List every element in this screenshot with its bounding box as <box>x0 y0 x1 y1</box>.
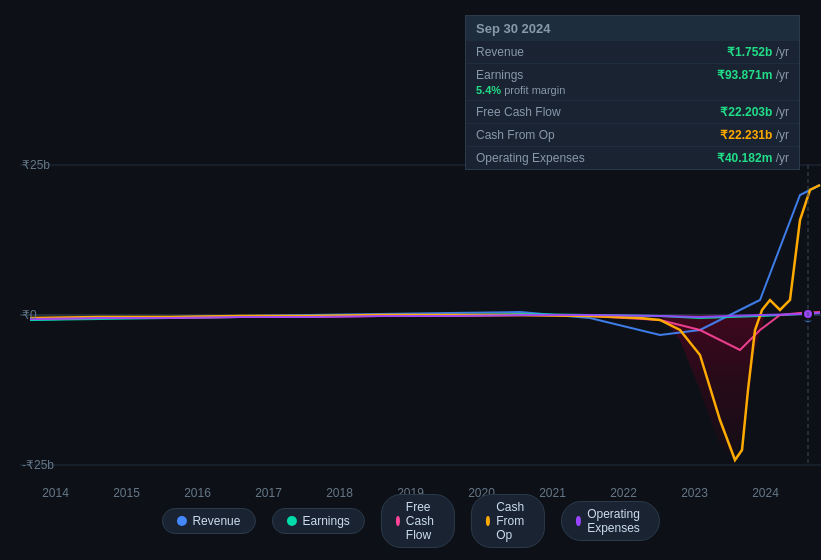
legend-label-cfo: Cash From Op <box>496 500 530 542</box>
legend-item-earnings[interactable]: Earnings <box>271 508 364 534</box>
tooltip-label-opex: Operating Expenses <box>476 151 585 165</box>
legend-label-opex: Operating Expenses <box>587 507 644 535</box>
legend-dot-opex <box>576 516 581 526</box>
legend-label-revenue: Revenue <box>192 514 240 528</box>
tooltip-value-cfo: ₹22.231b /yr <box>720 128 789 142</box>
tooltip-value-opex: ₹40.182m /yr <box>717 151 789 165</box>
legend-dot-fcf <box>396 516 400 526</box>
y-axis-zero: ₹0 <box>22 308 37 322</box>
tooltip-row-opex: Operating Expenses ₹40.182m /yr <box>466 147 799 169</box>
y-axis-bottom: -₹25b <box>22 458 54 472</box>
legend-item-opex[interactable]: Operating Expenses <box>561 501 660 541</box>
tooltip-value-fcf: ₹22.203b /yr <box>720 105 789 119</box>
legend-item-fcf[interactable]: Free Cash Flow <box>381 494 455 548</box>
tooltip-date: Sep 30 2024 <box>466 16 799 41</box>
tooltip-value-earnings: ₹93.871m /yr <box>717 68 789 82</box>
x-label-2023: 2023 <box>681 486 708 500</box>
legend-label-earnings: Earnings <box>302 514 349 528</box>
tooltip-label-earnings: Earnings <box>476 68 523 82</box>
tooltip-row-earnings: Earnings ₹93.871m /yr 5.4% profit margin <box>466 64 799 101</box>
tooltip-profit-margin: 5.4% profit margin <box>476 84 565 96</box>
tooltip-value-revenue: ₹1.752b /yr <box>727 45 789 59</box>
tooltip-label-fcf: Free Cash Flow <box>476 105 561 119</box>
x-label-2014: 2014 <box>42 486 69 500</box>
legend-label-fcf: Free Cash Flow <box>406 500 440 542</box>
chart-legend: Revenue Earnings Free Cash Flow Cash Fro… <box>161 494 659 548</box>
tooltip-label-cfo: Cash From Op <box>476 128 555 142</box>
x-label-2015: 2015 <box>113 486 140 500</box>
legend-dot-cfo <box>486 516 490 526</box>
tooltip-label-revenue: Revenue <box>476 45 524 59</box>
tooltip-row-cfo: Cash From Op ₹22.231b /yr <box>466 124 799 147</box>
legend-item-cfo[interactable]: Cash From Op <box>471 494 545 548</box>
x-label-2024: 2024 <box>752 486 779 500</box>
legend-dot-revenue <box>176 516 186 526</box>
data-tooltip: Sep 30 2024 Revenue ₹1.752b /yr Earnings… <box>465 15 800 170</box>
chart-container: ₹25b ₹0 -₹25b 2014 2015 2016 2017 2018 2… <box>0 0 821 560</box>
legend-dot-earnings <box>286 516 296 526</box>
tooltip-row-fcf: Free Cash Flow ₹22.203b /yr <box>466 101 799 124</box>
legend-item-revenue[interactable]: Revenue <box>161 508 255 534</box>
tooltip-row-revenue: Revenue ₹1.752b /yr <box>466 41 799 64</box>
y-axis-top: ₹25b <box>22 158 50 172</box>
